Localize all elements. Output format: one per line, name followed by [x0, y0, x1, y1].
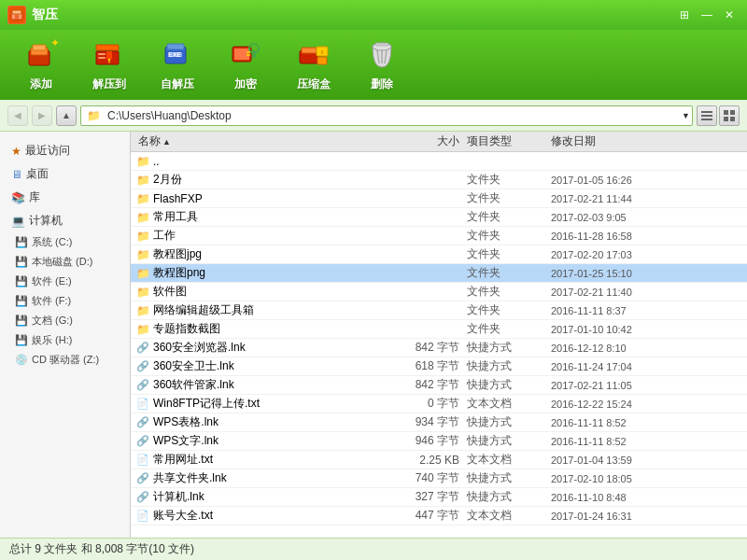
- table-row[interactable]: 🔗 WPS文字.lnk 946 字节 快捷方式 2016-11-11 8:52: [131, 432, 747, 451]
- address-input[interactable]: 📁 C:\Users\Huang\Desktop ▼: [80, 105, 693, 126]
- drive-z-icon: 💿: [15, 354, 28, 366]
- extract-icon: [92, 37, 127, 73]
- table-row[interactable]: 📄 Win8FTP记得上传.txt 0 字节 文本文档 2016-12-22 1…: [131, 395, 747, 413]
- sidebar-drive-e[interactable]: 💾 软件 (E:): [0, 272, 130, 291]
- delete-label: 删除: [371, 77, 393, 92]
- table-row[interactable]: 📁 网络编辑超级工具箱 文件夹 2016-11-11 8:37: [131, 301, 747, 320]
- svg-rect-39: [724, 117, 728, 121]
- compress-button[interactable]: 压缩盒: [282, 35, 345, 95]
- svg-text:✦: ✦: [50, 37, 59, 49]
- table-row[interactable]: 📁 教程图png 文件夹 2017-01-25 15:10: [131, 264, 747, 283]
- grid-view-button[interactable]: [719, 105, 740, 126]
- sidebar-drive-c-label: 系统 (C:): [32, 235, 72, 249]
- folder-icon: 📁: [136, 230, 149, 243]
- table-row[interactable]: 🔗 WPS表格.lnk 934 字节 快捷方式 2016-11-11 8:52: [131, 413, 747, 432]
- folder-icon: 📁: [136, 286, 149, 299]
- drive-g-icon: 💾: [15, 315, 28, 327]
- forward-button[interactable]: ▶: [32, 105, 52, 126]
- table-row[interactable]: 📄 账号大全.txt 447 字节 文本文档 2017-01-24 16:31: [131, 507, 747, 525]
- sidebar-item-desktop[interactable]: 🖥 桌面: [0, 162, 130, 186]
- drive-d-icon: 💾: [15, 256, 28, 268]
- address-dropdown-icon[interactable]: ▼: [682, 111, 690, 120]
- sidebar-drive-d-label: 本地磁盘 (D:): [32, 255, 92, 269]
- path-folder-icon: 📁: [87, 109, 101, 122]
- table-row[interactable]: 📄 常用网址.txt 2.25 KB 文本文档 2017-01-04 13:59: [131, 451, 747, 469]
- recent-icon: ★: [11, 145, 21, 158]
- window-controls: ⊞ — ✕: [674, 7, 740, 23]
- file-name-cell: 📁 ..: [131, 155, 392, 168]
- col-header-size[interactable]: 大小: [392, 133, 467, 149]
- svg-rect-33: [375, 43, 388, 46]
- svg-rect-35: [701, 115, 712, 117]
- computer-shortcut-icon: 🔗: [136, 491, 149, 504]
- svg-rect-20: [234, 49, 249, 60]
- txt-icon: 📄: [136, 454, 149, 467]
- drive-c-icon: 💾: [15, 236, 28, 248]
- table-row[interactable]: 📁 ..: [131, 152, 747, 171]
- minimize-button[interactable]: —: [697, 7, 717, 23]
- sidebar-item-computer[interactable]: 💻 计算机: [0, 209, 130, 232]
- table-row[interactable]: 🔗 计算机.lnk 327 字节 快捷方式 2016-11-10 8:48: [131, 488, 747, 507]
- txt-icon: 📄: [136, 398, 149, 411]
- svg-rect-9: [96, 45, 119, 50]
- sidebar: ★ 最近访问 🖥 桌面 📚 库 💻 计算机 💾 系统 (C:) 💾 本地磁盘 (…: [0, 132, 131, 538]
- table-row[interactable]: 🔗 360软件管家.lnk 842 字节 快捷方式 2017-02-21 11:…: [131, 376, 747, 395]
- status-text: 总计 9 文件夹 和 8,008 字节(10 文件): [9, 541, 194, 557]
- sidebar-drive-c[interactable]: 💾 系统 (C:): [0, 232, 130, 252]
- table-row[interactable]: 🔗 360安全浏览器.lnk 842 字节 快捷方式 2016-12-12 8:…: [131, 339, 747, 357]
- svg-rect-22: [252, 50, 256, 58]
- shortcut-icon: 🔗: [136, 360, 149, 373]
- table-row[interactable]: 📁 FlashFXP 文件夹 2017-02-21 11:44: [131, 189, 747, 208]
- encrypt-button[interactable]: 加密: [214, 35, 277, 95]
- sidebar-drive-g-label: 文档 (G:): [32, 314, 73, 328]
- txt-icon: 📄: [136, 510, 149, 523]
- sidebar-drive-f-label: 软件 (F:): [32, 294, 71, 308]
- shortcut-icon: 🔗: [136, 472, 149, 485]
- sidebar-drive-f[interactable]: 💾 软件 (F:): [0, 291, 130, 311]
- encrypt-label: 加密: [234, 77, 257, 92]
- table-row[interactable]: 📁 工作 文件夹 2016-11-28 16:58: [131, 227, 747, 245]
- file-list: 📁 .. 📁 2月份 文件夹 2017-01-05 16:26: [131, 152, 747, 538]
- sidebar-item-library[interactable]: 📚 库: [0, 186, 130, 209]
- table-row[interactable]: 📁 2月份 文件夹 2017-01-05 16:26: [131, 171, 747, 189]
- folder-icon: 📁: [136, 304, 149, 317]
- computer-icon: 💻: [11, 215, 25, 228]
- folder-icon: 📁: [136, 211, 149, 224]
- up-button[interactable]: ▲: [56, 105, 77, 126]
- col-header-name[interactable]: 名称 ▲: [131, 133, 392, 149]
- sidebar-drive-z[interactable]: 💿 CD 驱动器 (Z:): [0, 350, 130, 370]
- table-row[interactable]: 🔗 共享文件夹.lnk 740 字节 快捷方式 2017-02-10 18:05: [131, 469, 747, 488]
- table-row[interactable]: 📁 软件图 文件夹 2017-02-21 11:40: [131, 283, 747, 301]
- title-bar: 智压 ⊞ — ✕: [0, 0, 747, 30]
- sidebar-item-recent-label: 最近访问: [25, 143, 70, 159]
- table-row[interactable]: 🔗 360安全卫士.lnk 618 字节 快捷方式 2016-11-24 17:…: [131, 357, 747, 376]
- main-content: ★ 最近访问 🖥 桌面 📚 库 💻 计算机 💾 系统 (C:) 💾 本地磁盘 (…: [0, 132, 747, 538]
- sidebar-drive-d[interactable]: 💾 本地磁盘 (D:): [0, 252, 130, 272]
- app-logo: [7, 6, 26, 24]
- svg-rect-2: [12, 10, 21, 14]
- table-row[interactable]: 📁 教程图jpg 文件夹 2017-02-20 17:03: [131, 245, 747, 264]
- extract-button[interactable]: 解压到: [78, 35, 141, 95]
- add-button[interactable]: ✦ 添加: [9, 35, 73, 95]
- view-buttons: [697, 105, 740, 126]
- selfextract-button[interactable]: EXE 自解压: [146, 35, 209, 95]
- extract-label: 解压到: [92, 77, 126, 92]
- table-row[interactable]: 📁 专题指数截图 文件夹 2017-01-10 10:42: [131, 320, 747, 339]
- list-view-button[interactable]: [697, 105, 717, 126]
- shortcut-icon: 🔗: [136, 342, 149, 355]
- sidebar-drive-h[interactable]: 💾 娱乐 (H:): [0, 330, 130, 350]
- col-header-type[interactable]: 项目类型: [467, 133, 551, 149]
- svg-rect-37: [724, 110, 728, 115]
- back-button[interactable]: ◀: [7, 105, 28, 126]
- col-header-date[interactable]: 修改日期: [551, 133, 747, 149]
- delete-button[interactable]: 删除: [350, 35, 414, 95]
- table-row[interactable]: 📁 常用工具 文件夹 2017-02-03 9:05: [131, 208, 747, 227]
- grid-button[interactable]: ⊞: [674, 7, 695, 23]
- sidebar-item-recent[interactable]: ★ 最近访问: [0, 139, 130, 162]
- delete-icon: [364, 37, 400, 73]
- drive-f-icon: 💾: [15, 295, 28, 307]
- sidebar-drive-z-label: CD 驱动器 (Z:): [32, 353, 99, 367]
- sidebar-drive-g[interactable]: 💾 文档 (G:): [0, 311, 130, 330]
- close-button[interactable]: ✕: [719, 7, 740, 23]
- wps-icon: 🔗: [136, 435, 149, 448]
